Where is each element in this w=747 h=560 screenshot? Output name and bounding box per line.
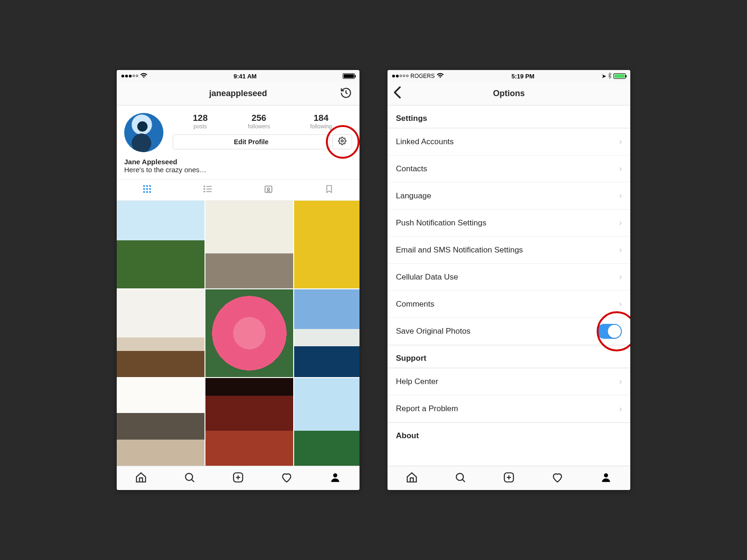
- tab-home[interactable]: [405, 472, 418, 485]
- chevron-right-icon: ›: [619, 272, 622, 282]
- photo-thumbnail[interactable]: [205, 201, 293, 288]
- row-help-center[interactable]: Help Center›: [388, 368, 630, 395]
- grid-icon: [142, 184, 152, 196]
- stat-following[interactable]: 184 following: [310, 113, 332, 130]
- photo-thumbnail[interactable]: [205, 289, 293, 377]
- home-icon: [406, 471, 418, 485]
- photo-thumbnail[interactable]: [294, 201, 359, 288]
- nav-bar: Options: [388, 82, 630, 105]
- tab-search[interactable]: [454, 472, 467, 485]
- row-report-problem[interactable]: Report a Problem›: [388, 395, 630, 422]
- tab-activity[interactable]: [280, 472, 293, 485]
- row-comments[interactable]: Comments›: [388, 291, 630, 318]
- row-label: Help Center: [396, 377, 438, 386]
- chevron-right-icon: ›: [619, 191, 622, 201]
- tab-home[interactable]: [134, 472, 148, 485]
- search-icon: [183, 471, 196, 485]
- home-icon: [135, 471, 147, 485]
- gear-icon: [338, 137, 346, 147]
- wifi-icon: [140, 73, 148, 80]
- avatar[interactable]: [124, 113, 163, 152]
- following-count: 184: [310, 113, 332, 123]
- profile-screen: 9:41 AM janeappleseed 128 posts 256 foll…: [117, 70, 359, 490]
- profile-icon: [600, 471, 612, 485]
- tab-profile[interactable]: [599, 472, 613, 485]
- page-title: janeappleseed: [209, 89, 267, 98]
- tab-add[interactable]: [232, 472, 245, 485]
- row-email-sms-notifications[interactable]: Email and SMS Notification Settings›: [388, 237, 630, 264]
- svg-point-24: [456, 473, 463, 480]
- settings-button[interactable]: [332, 134, 352, 149]
- chevron-right-icon: ›: [619, 137, 622, 147]
- svg-rect-1: [143, 185, 145, 187]
- svg-point-17: [268, 188, 270, 190]
- row-save-original-photos[interactable]: Save Original Photos: [388, 318, 630, 345]
- photo-thumbnail[interactable]: [294, 289, 359, 377]
- row-label: Push Notification Settings: [396, 218, 486, 228]
- svg-point-23: [333, 473, 338, 477]
- svg-point-29: [604, 473, 608, 477]
- tab-tagged[interactable]: [238, 180, 299, 200]
- svg-rect-6: [149, 188, 151, 190]
- row-linked-accounts[interactable]: Linked Accounts›: [388, 128, 630, 155]
- followers-label: followers: [248, 123, 270, 130]
- edit-profile-button[interactable]: Edit Profile: [173, 134, 330, 149]
- chevron-right-icon: ›: [619, 404, 622, 414]
- row-language[interactable]: Language›: [388, 182, 630, 210]
- row-label: Report a Problem: [396, 404, 458, 413]
- followers-count: 256: [248, 113, 270, 123]
- svg-point-14: [204, 191, 205, 192]
- location-icon: ➤: [602, 73, 606, 79]
- status-bar: 9:41 AM: [117, 70, 359, 82]
- list-icon: [203, 184, 213, 196]
- photo-thumbnail[interactable]: [117, 289, 204, 377]
- row-push-notifications[interactable]: Push Notification Settings›: [388, 210, 630, 237]
- tab-grid[interactable]: [117, 180, 177, 200]
- photo-thumbnail[interactable]: [294, 378, 359, 466]
- stat-posts[interactable]: 128 posts: [193, 113, 208, 130]
- svg-rect-4: [143, 188, 145, 190]
- tab-profile[interactable]: [329, 472, 342, 485]
- heart-icon: [551, 471, 564, 485]
- row-label: Save Original Photos: [396, 327, 471, 336]
- tab-saved[interactable]: [299, 180, 359, 200]
- row-label: Cellular Data Use: [396, 273, 458, 282]
- svg-point-10: [204, 186, 205, 187]
- svg-point-18: [185, 473, 192, 480]
- status-time: 9:41 AM: [233, 73, 256, 80]
- svg-point-0: [341, 140, 344, 142]
- section-header-settings: Settings: [388, 105, 630, 128]
- bottom-tab-bar: [117, 466, 359, 490]
- toggle-save-original[interactable]: [597, 324, 622, 339]
- tab-search[interactable]: [183, 472, 196, 485]
- stat-followers[interactable]: 256 followers: [248, 113, 270, 130]
- svg-point-12: [204, 189, 205, 189]
- tab-add[interactable]: [502, 472, 515, 485]
- heart-icon: [281, 471, 293, 485]
- bookmark-icon: [324, 183, 334, 196]
- row-contacts[interactable]: Contacts›: [388, 155, 630, 182]
- svg-rect-9: [149, 191, 151, 193]
- posts-label: posts: [193, 123, 208, 130]
- back-button[interactable]: [393, 86, 402, 101]
- row-cellular-data[interactable]: Cellular Data Use›: [388, 264, 630, 291]
- history-icon[interactable]: [340, 87, 352, 101]
- profile-icon: [329, 471, 341, 485]
- posts-count: 128: [193, 113, 208, 123]
- tab-list[interactable]: [177, 180, 238, 200]
- section-header-about: About: [388, 423, 630, 445]
- following-label: following: [310, 123, 332, 130]
- row-label: Comments: [396, 300, 434, 309]
- chevron-right-icon: ›: [619, 245, 622, 255]
- svg-rect-2: [146, 185, 148, 187]
- svg-line-19: [191, 479, 194, 482]
- photo-grid: [117, 201, 359, 466]
- chevron-right-icon: ›: [619, 218, 622, 228]
- photo-thumbnail[interactable]: [117, 201, 204, 288]
- chevron-right-icon: ›: [619, 164, 622, 174]
- tab-activity[interactable]: [551, 472, 564, 485]
- photo-thumbnail[interactable]: [205, 378, 293, 466]
- page-title: Options: [493, 89, 525, 98]
- carrier-label: ROGERS: [410, 73, 435, 79]
- photo-thumbnail[interactable]: [117, 378, 204, 466]
